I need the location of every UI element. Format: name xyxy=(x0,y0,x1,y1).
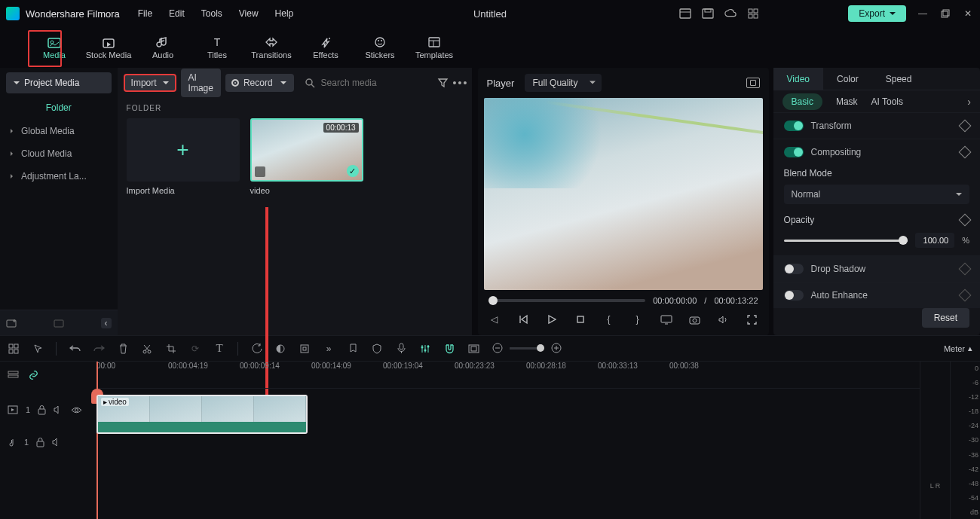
minimize-icon[interactable]: — xyxy=(917,8,929,20)
layout-icon[interactable] xyxy=(679,8,691,20)
menu-help[interactable]: Help xyxy=(275,8,294,19)
opacity-slider[interactable] xyxy=(784,240,908,242)
meter-label[interactable]: Meter▴ xyxy=(944,343,972,353)
import-button[interactable]: Import xyxy=(124,74,176,92)
cut-icon[interactable] xyxy=(141,343,153,355)
camera-icon[interactable] xyxy=(689,313,701,325)
timeline-ruler[interactable]: 00:00 00:00:04:19 00:00:09:14 00:00:14:0… xyxy=(96,362,920,389)
blend-mode-dropdown[interactable]: Normal xyxy=(784,185,969,204)
collapse-sidebar-icon[interactable]: ‹ xyxy=(101,318,112,328)
delete-icon[interactable] xyxy=(117,343,129,355)
ai-tools-subtab[interactable]: AI Tools xyxy=(871,96,903,107)
audio-track-header[interactable]: 1 xyxy=(0,431,96,453)
transform-toggle[interactable] xyxy=(784,121,804,131)
zoom-slider[interactable] xyxy=(510,347,544,350)
mute-icon[interactable] xyxy=(54,405,63,414)
timeline-clip[interactable]: ▸video xyxy=(96,395,308,434)
audio-tab[interactable]: Audio xyxy=(136,30,190,65)
play-icon[interactable] xyxy=(546,313,558,325)
more-icon[interactable]: ••• xyxy=(453,77,469,89)
new-bin-icon[interactable] xyxy=(54,318,66,328)
color-tab[interactable]: Color xyxy=(823,68,872,90)
quality-dropdown[interactable]: Full Quality xyxy=(525,74,602,92)
drop-shadow-toggle[interactable] xyxy=(784,264,804,274)
grid-icon[interactable] xyxy=(747,8,759,20)
basic-subtab[interactable]: Basic xyxy=(782,93,822,110)
app-grid-icon[interactable] xyxy=(8,343,20,355)
display-icon[interactable] xyxy=(660,313,672,325)
video-tab[interactable]: Video xyxy=(773,68,823,90)
snapshot-icon[interactable] xyxy=(746,78,760,88)
cloud-icon[interactable] xyxy=(724,8,737,20)
video-track-header[interactable]: 1 xyxy=(0,389,96,431)
menu-tools[interactable]: Tools xyxy=(201,8,222,19)
more-subtabs-icon[interactable]: › xyxy=(967,96,971,108)
close-icon[interactable]: ✕ xyxy=(962,8,974,20)
keyframe-diamond-icon[interactable] xyxy=(959,289,972,302)
record-button[interactable]: Record xyxy=(225,74,294,92)
compositing-toggle[interactable] xyxy=(784,147,804,157)
reset-button[interactable]: Reset xyxy=(922,308,969,328)
filter-icon[interactable] xyxy=(437,78,449,88)
ai-image-button[interactable]: AI Image xyxy=(181,69,221,97)
mic-icon[interactable] xyxy=(395,343,407,355)
volume-icon[interactable] xyxy=(718,313,730,325)
magnet-icon[interactable] xyxy=(443,343,455,355)
stop-icon[interactable] xyxy=(574,313,586,325)
eye-icon[interactable] xyxy=(71,406,82,414)
color-icon[interactable] xyxy=(274,343,286,355)
new-folder-icon[interactable] xyxy=(6,318,18,328)
media-clip-tile[interactable]: 00:00:13 ✓ video xyxy=(250,118,363,195)
speed-tab[interactable]: Speed xyxy=(872,68,926,90)
preview-viewport[interactable] xyxy=(484,98,763,290)
opacity-value[interactable]: 100.00 xyxy=(915,233,954,248)
folder-tab[interactable]: Folder xyxy=(0,96,118,120)
rotate-icon[interactable] xyxy=(250,343,262,355)
pointer-icon[interactable] xyxy=(32,343,44,355)
shield-icon[interactable] xyxy=(371,343,383,355)
titles-tab[interactable]: TTitles xyxy=(190,30,244,65)
track-manager-icon[interactable] xyxy=(8,371,19,380)
keyframe-diamond-icon[interactable] xyxy=(959,214,972,227)
mute-icon[interactable] xyxy=(52,438,62,447)
auto-enhance-toggle[interactable] xyxy=(784,290,804,301)
media-tab[interactable]: Media xyxy=(27,30,81,65)
sidebar-item-global[interactable]: Global Media xyxy=(0,120,118,142)
stock-media-tab[interactable]: Stock Media xyxy=(81,30,136,65)
search-input[interactable] xyxy=(321,78,427,88)
marker-icon[interactable] xyxy=(347,343,359,355)
sidebar-item-cloud[interactable]: Cloud Media xyxy=(0,142,118,165)
maximize-icon[interactable] xyxy=(939,8,951,20)
sidebar-item-adjustment[interactable]: Adjustment La... xyxy=(0,165,118,188)
text-icon[interactable]: T xyxy=(213,343,225,355)
play-back-icon[interactable] xyxy=(517,313,529,325)
progress-slider[interactable] xyxy=(488,299,646,302)
mark-in-icon[interactable]: { xyxy=(603,313,615,325)
transitions-tab[interactable]: Transitions xyxy=(244,30,299,65)
menu-edit[interactable]: Edit xyxy=(169,8,185,19)
link-icon[interactable] xyxy=(28,370,39,380)
menu-file[interactable]: File xyxy=(138,8,152,19)
save-icon[interactable] xyxy=(702,8,714,20)
zoom-out-icon[interactable] xyxy=(492,343,504,355)
mark-out-icon[interactable]: } xyxy=(632,313,644,325)
keyframe-diamond-icon[interactable] xyxy=(959,120,972,133)
export-button[interactable]: Export xyxy=(848,5,906,22)
mixer-icon[interactable] xyxy=(419,343,431,355)
speed-icon[interactable]: ⟳ xyxy=(189,343,201,355)
effects-tab[interactable]: Effects xyxy=(299,30,353,65)
redo-icon[interactable] xyxy=(93,343,105,355)
stickers-tab[interactable]: Stickers xyxy=(353,30,407,65)
import-media-tile[interactable]: + Import Media xyxy=(127,118,240,195)
keyframe-diamond-icon[interactable] xyxy=(959,263,972,276)
keyframe-icon[interactable] xyxy=(299,343,311,355)
undo-icon[interactable] xyxy=(69,343,81,355)
lock-icon[interactable] xyxy=(36,438,44,447)
prev-frame-icon[interactable]: ◁ xyxy=(488,313,501,325)
zoom-in-icon[interactable] xyxy=(550,343,562,355)
project-media-header[interactable]: Project Media xyxy=(6,72,112,93)
fullscreen-icon[interactable] xyxy=(746,313,758,325)
playhead[interactable] xyxy=(96,362,98,519)
lock-icon[interactable] xyxy=(38,405,46,415)
keyframe-diamond-icon[interactable] xyxy=(959,146,972,159)
